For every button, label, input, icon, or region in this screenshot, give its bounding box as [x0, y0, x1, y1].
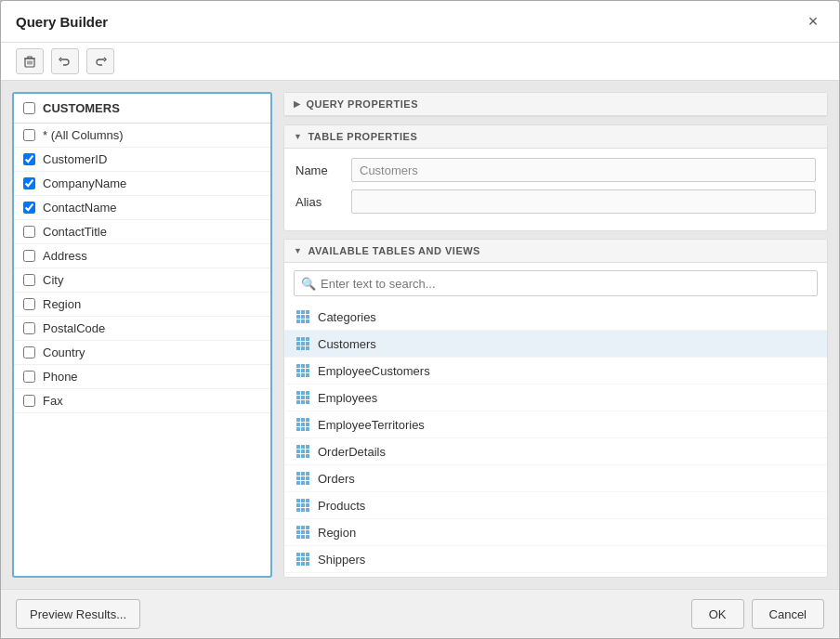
- column-label: * (All Columns): [43, 128, 124, 142]
- table-grid-icon: [295, 390, 310, 405]
- list-item[interactable]: Address: [14, 244, 270, 268]
- preview-results-button[interactable]: Preview Results...: [16, 599, 140, 629]
- table-name-label: Orders: [318, 472, 355, 486]
- list-item[interactable]: Customers: [284, 331, 827, 358]
- table-name-label: Shippers: [318, 553, 365, 567]
- dialog-footer: Preview Results... OK Cancel: [1, 589, 839, 638]
- list-item[interactable]: Fax: [14, 389, 270, 413]
- column-label: Country: [43, 346, 85, 359]
- columns-panel: CUSTOMERS * (All Columns)CustomerIDCompa…: [12, 92, 272, 578]
- column-label: CustomerID: [43, 152, 107, 166]
- search-icon: 🔍: [301, 277, 316, 291]
- dialog-body: CUSTOMERS * (All Columns)CustomerIDCompa…: [1, 81, 839, 589]
- titlebar: Query Builder ×: [1, 1, 839, 43]
- name-label: Name: [295, 163, 342, 177]
- list-item[interactable]: ContactTitle: [14, 220, 270, 244]
- available-tables-label: AVAILABLE TABLES AND VIEWS: [308, 245, 480, 256]
- list-item[interactable]: EmployeeCustomers: [284, 358, 827, 385]
- column-checkbox[interactable]: [23, 202, 35, 214]
- available-tables-section: ▼ AVAILABLE TABLES AND VIEWS 🔍 Categorie…: [283, 239, 828, 578]
- query-properties-triangle: ▶: [294, 99, 301, 109]
- column-checkbox[interactable]: [23, 274, 35, 286]
- delete-button[interactable]: [16, 48, 44, 74]
- column-checkbox[interactable]: [23, 322, 35, 334]
- table-grid-icon: [295, 363, 310, 378]
- table-grid-icon: [295, 471, 310, 486]
- list-item[interactable]: Employees: [284, 385, 827, 411]
- column-checkbox[interactable]: [23, 371, 35, 383]
- list-item[interactable]: Region: [14, 293, 270, 317]
- column-checkbox[interactable]: [23, 226, 35, 238]
- list-item[interactable]: Products: [284, 492, 827, 519]
- tables-list: CategoriesCustomersEmployeeCustomersEmpl…: [284, 304, 827, 577]
- right-panel: ▶ QUERY PROPERTIES ▼ TABLE PROPERTIES Na…: [272, 92, 828, 578]
- list-item[interactable]: * (All Columns): [14, 124, 270, 148]
- column-checkbox[interactable]: [23, 346, 35, 359]
- column-label: ContactTitle: [43, 225, 107, 239]
- list-item[interactable]: Region: [284, 519, 827, 546]
- table-header-label: CUSTOMERS: [43, 101, 120, 115]
- available-tables-header[interactable]: ▼ AVAILABLE TABLES AND VIEWS: [284, 240, 827, 263]
- undo-button[interactable]: [51, 48, 79, 74]
- list-item[interactable]: ContactName: [14, 196, 270, 220]
- column-checkbox[interactable]: [23, 395, 35, 407]
- list-item[interactable]: Orders: [284, 465, 827, 492]
- undo-icon: [59, 55, 72, 68]
- search-input[interactable]: [294, 270, 818, 296]
- list-item[interactable]: Categories: [284, 304, 827, 331]
- table-name-label: Employees: [318, 391, 377, 405]
- table-grid-icon: [295, 309, 310, 324]
- list-item[interactable]: Country: [14, 341, 270, 365]
- alias-label: Alias: [295, 195, 342, 209]
- column-checkbox[interactable]: [23, 153, 35, 165]
- table-properties-triangle: ▼: [294, 132, 302, 141]
- query-properties-header[interactable]: ▶ QUERY PROPERTIES: [284, 93, 827, 116]
- name-row: Name: [295, 158, 816, 182]
- column-label: Phone: [43, 370, 78, 384]
- footer-right: OK Cancel: [691, 599, 824, 629]
- table-name-label: Region: [318, 526, 356, 540]
- query-properties-label: QUERY PROPERTIES: [307, 98, 418, 110]
- column-checkbox[interactable]: [23, 177, 35, 189]
- columns-list: * (All Columns)CustomerIDCompanyNameCont…: [14, 124, 270, 413]
- alias-input[interactable]: [351, 189, 816, 214]
- column-checkbox[interactable]: [23, 250, 35, 262]
- column-checkbox[interactable]: [23, 298, 35, 310]
- table-grid-icon: [295, 498, 310, 513]
- table-grid-icon: [295, 525, 310, 540]
- table-grid-icon: [295, 444, 310, 459]
- name-input[interactable]: [351, 158, 816, 182]
- query-properties-section: ▶ QUERY PROPERTIES: [283, 92, 828, 117]
- available-tables-triangle: ▼: [294, 246, 302, 255]
- redo-icon: [94, 55, 107, 68]
- table-name-label: EmployeeTerritories: [318, 418, 425, 432]
- select-all-checkbox[interactable]: [23, 102, 35, 114]
- list-item[interactable]: Phone: [14, 365, 270, 389]
- column-checkbox[interactable]: [23, 129, 35, 141]
- column-label: Region: [43, 297, 81, 311]
- list-item[interactable]: CustomerID: [14, 148, 270, 172]
- list-item[interactable]: City: [14, 268, 270, 293]
- close-button[interactable]: ×: [802, 10, 824, 33]
- column-label: PostalCode: [43, 321, 105, 335]
- toolbar: [1, 43, 839, 81]
- list-item[interactable]: EmployeeTerritories: [284, 411, 827, 438]
- column-label: ContactName: [43, 201, 116, 215]
- search-box: 🔍: [294, 270, 818, 296]
- table-header-row: CUSTOMERS: [14, 94, 270, 124]
- list-item[interactable]: CompanyName: [14, 172, 270, 196]
- table-name-label: Customers: [318, 337, 376, 351]
- table-properties-label: TABLE PROPERTIES: [308, 131, 417, 142]
- ok-button[interactable]: OK: [691, 599, 744, 629]
- table-properties-header[interactable]: ▼ TABLE PROPERTIES: [284, 125, 827, 149]
- table-name-label: OrderDetails: [318, 445, 386, 459]
- list-item[interactable]: PostalCode: [14, 317, 270, 341]
- delete-icon: [23, 55, 36, 68]
- column-label: CompanyName: [43, 176, 126, 190]
- table-grid-icon: [295, 552, 310, 567]
- table-name-label: Categories: [318, 310, 376, 324]
- redo-button[interactable]: [86, 48, 114, 74]
- list-item[interactable]: OrderDetails: [284, 438, 827, 465]
- cancel-button[interactable]: Cancel: [752, 599, 824, 629]
- list-item[interactable]: Shippers: [284, 546, 827, 573]
